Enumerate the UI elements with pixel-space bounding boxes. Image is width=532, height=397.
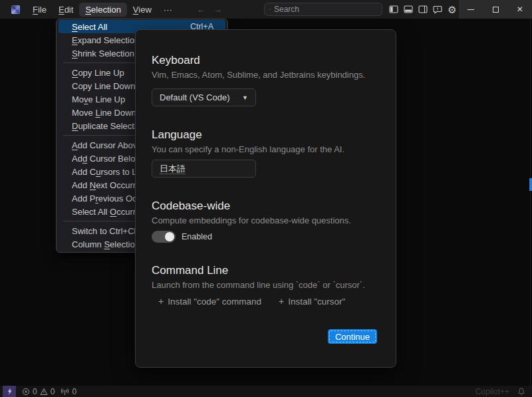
toggle-primary-sidebar-button[interactable] [387, 3, 400, 16]
plus-icon: + [279, 296, 284, 307]
section-title-keyboard: Keyboard [152, 54, 377, 67]
language-input[interactable] [152, 160, 256, 178]
ports-count: 0 [72, 387, 76, 396]
scrollbar-marker[interactable] [529, 178, 532, 191]
panel-left-icon [388, 4, 399, 15]
broadcast-icon [61, 388, 69, 396]
problems-indicator[interactable]: 0 0 [22, 387, 55, 396]
section-codebase: Codebase-wideCompute embeddings for code… [152, 199, 377, 243]
panel-right-icon [418, 4, 428, 15]
menubar-item-edit[interactable]: Edit [53, 3, 79, 17]
toggle-knob [165, 232, 174, 241]
maximize-button[interactable] [483, 0, 508, 19]
history-nav: ← → [197, 5, 222, 15]
chevron-down-icon: ▼ [242, 94, 248, 101]
section-description-codebase: Compute embeddings for codebase-wide que… [152, 215, 377, 225]
keyboard-select[interactable]: Default (VS Code)▼ [152, 88, 256, 106]
settings-button[interactable]: ⚙ [446, 3, 459, 16]
bell-icon[interactable] [517, 387, 525, 396]
layout-controls: ⚙ [387, 0, 459, 19]
section-description-language: You can specify a non-English language f… [152, 144, 377, 154]
section-description-commandline: Launch from the command line using `code… [152, 280, 377, 290]
commandline-buttons: +Install "code" command+Install "cursor" [158, 296, 377, 307]
menu-item-label: Move Line Down [72, 108, 136, 118]
menubar-item-file[interactable]: File [27, 3, 53, 17]
menubar-item-selection[interactable]: Selection [79, 3, 126, 17]
section-title-commandline: Command Line [152, 264, 377, 277]
editor-right-border [530, 19, 531, 386]
status-bar: 0 0 0 Copilot++ [0, 386, 532, 397]
menu-item-label: Move Line Up [72, 94, 125, 104]
codebase-toggle[interactable] [152, 231, 176, 243]
menu-item-label: Add Cursor Above [72, 140, 142, 150]
section-description-keyboard: Vim, Emacs, Atom, Sublime, and Jetbrains… [152, 70, 377, 80]
feedback-bubble-icon [432, 4, 443, 15]
section-language: LanguageYou can specify a non-English la… [152, 128, 377, 178]
section-title-language: Language [152, 128, 377, 142]
menu-bar: FileEditSelectionView [27, 3, 158, 17]
toggle-panel-button[interactable] [402, 3, 415, 16]
section-commandline: Command LineLaunch from the command line… [152, 264, 377, 307]
error-icon [22, 388, 30, 396]
title-bar: FileEditSelectionView ··· ← → [0, 0, 532, 19]
menu-item-label: Copy Line Down [72, 81, 135, 91]
search-icon [269, 5, 271, 13]
menu-item-label: Copy Line Up [72, 68, 124, 78]
copilot-status[interactable]: Copilot++ [475, 387, 509, 396]
onboarding-settings-dialog: KeyboardVim, Emacs, Atom, Sublime, and J… [135, 29, 396, 368]
remote-icon [6, 388, 13, 395]
plus-icon: + [158, 296, 164, 307]
warning-count: 0 [51, 387, 55, 396]
error-count: 0 [33, 387, 37, 396]
button-label: Install "code" command [168, 297, 261, 307]
remote-indicator[interactable] [3, 386, 16, 397]
close-icon: ✕ [517, 5, 523, 13]
status-bar-right: Copilot++ [475, 387, 532, 396]
window-controls: ✕ [459, 0, 532, 19]
ports-indicator[interactable]: 0 [61, 387, 76, 396]
menu-item-label: Shrink Selection [72, 49, 134, 59]
maximize-icon [493, 7, 499, 13]
menubar-item-view[interactable]: View [127, 3, 158, 17]
section-keyboard: KeyboardVim, Emacs, Atom, Sublime, and J… [152, 54, 377, 106]
button-install-cursor[interactable]: +Install "cursor" [279, 296, 345, 307]
menu-item-label: Select All [72, 22, 107, 32]
toggle-secondary-sidebar-button[interactable] [416, 3, 430, 16]
forward-icon[interactable]: → [213, 5, 222, 15]
button-install-code-command[interactable]: +Install "code" command [158, 296, 261, 307]
search-input[interactable] [274, 5, 377, 14]
more-actions-button[interactable]: ··· [158, 3, 178, 17]
back-icon[interactable]: ← [197, 5, 205, 15]
menu-item-label: Expand Selection [72, 35, 139, 45]
minimize-button[interactable] [459, 0, 483, 19]
section-title-codebase: Codebase-wide [152, 199, 377, 213]
button-label: Install "cursor" [288, 297, 345, 307]
menu-item-label: Add Cursor Below [72, 154, 142, 164]
feedback-button[interactable] [431, 3, 444, 16]
app-logo-icon [11, 5, 20, 14]
warning-icon [40, 388, 48, 396]
minimize-icon [467, 9, 474, 10]
command-search-box[interactable] [264, 3, 382, 16]
selected-option-label: Default (VS Code) [160, 92, 230, 102]
continue-button[interactable]: Continue [328, 329, 377, 344]
gear-icon: ⚙ [448, 5, 456, 15]
toggle-state-label: Enabled [182, 232, 212, 241]
panel-bottom-icon [403, 4, 414, 15]
codebase-toggle-row: Enabled [152, 231, 377, 243]
close-button[interactable]: ✕ [507, 0, 532, 19]
